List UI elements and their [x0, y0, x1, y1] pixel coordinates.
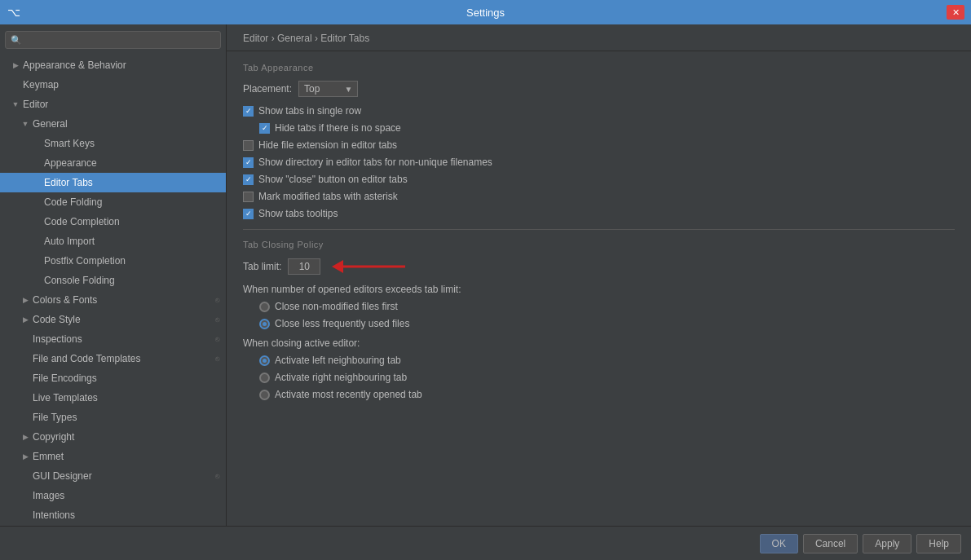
check-icon: ✓ [245, 158, 252, 166]
expand-icon: ▼ [20, 120, 31, 128]
arrow-line [343, 266, 405, 268]
expand-icon: ▼ [10, 100, 21, 108]
tab-closing-title: Tab Closing Policy [243, 240, 955, 249]
window-title: Settings [466, 7, 505, 19]
sidebar-item-language-injections[interactable]: ▶ Language Injections ⎋ [0, 525, 226, 526]
sidebar-item-intentions[interactable]: Intentions [0, 505, 226, 525]
checkbox-row-show-tooltips[interactable]: ✓ Show tabs tooltips [243, 208, 955, 219]
radio-button[interactable] [259, 355, 270, 366]
sidebar-item-images[interactable]: Images [0, 486, 226, 505]
sidebar-item-label: Code Completion [44, 216, 223, 227]
sidebar-item-label: Emmet [33, 451, 223, 462]
sidebar-item-general[interactable]: ▼ General [0, 114, 226, 134]
bottom-bar: OK Cancel Apply Help [0, 526, 971, 560]
apply-button[interactable]: Apply [863, 534, 911, 553]
help-button[interactable]: Help [916, 534, 961, 553]
sidebar-item-inspections[interactable]: Inspections ⎋ [0, 329, 226, 349]
sidebar-item-label: Colors & Fonts [33, 294, 214, 306]
checkbox-row-hide-extension[interactable]: Hide file extension in editor tabs [243, 139, 955, 151]
cancel-button[interactable]: Cancel [803, 534, 858, 553]
checkbox-show-tabs[interactable]: ✓ [243, 106, 254, 117]
search-box[interactable]: 🔍 [5, 31, 221, 49]
sidebar-item-code-folding[interactable]: Code Folding [0, 192, 226, 212]
sidebar-item-file-encodings[interactable]: File Encodings [0, 368, 226, 388]
sidebar-item-label: File Encodings [33, 373, 223, 384]
sidebar-item-file-types[interactable]: File Types [0, 408, 226, 427]
expand-icon: ▶ [20, 296, 31, 304]
sidebar-item-code-style[interactable]: ▶ Code Style ⎋ [0, 310, 226, 329]
search-input[interactable] [25, 34, 215, 46]
radio-label: Activate right neighbouring tab [275, 372, 407, 383]
sidebar-item-label: Code Style [33, 314, 214, 325]
section-divider [243, 229, 955, 230]
when-exceeds-label: When number of opened editors exceeds ta… [243, 284, 461, 295]
checkbox-show-close[interactable]: ✓ [243, 174, 254, 185]
checkbox-hide-tabs[interactable]: ✓ [259, 123, 270, 134]
sidebar-item-auto-import[interactable]: Auto Import [0, 231, 226, 251]
placement-select[interactable]: Top ▼ [298, 81, 358, 97]
checkbox-show-tooltips[interactable]: ✓ [243, 209, 254, 219]
ok-button[interactable]: OK [760, 534, 798, 553]
radio-close-non-modified[interactable]: Close non-modified files first [243, 301, 955, 312]
checkbox-label: Show tabs in single row [258, 105, 361, 117]
title-bar: ⌥ Settings ✕ [0, 0, 971, 24]
radio-dot [263, 359, 267, 363]
sidebar-item-label: Appearance & Behavior [23, 60, 223, 71]
checkbox-row-show-close[interactable]: ✓ Show "close" button on editor tabs [243, 174, 955, 185]
expand-icon: ▶ [20, 315, 31, 324]
checkbox-label: Show directory in editor tabs for non-un… [258, 157, 492, 168]
tab-limit-label: Tab limit: [243, 261, 281, 272]
sidebar-item-emmet[interactable]: ▶ Emmet [0, 447, 226, 466]
close-button[interactable]: ✕ [947, 5, 964, 20]
external-icon: ⎋ [215, 472, 219, 480]
checkbox-mark-modified[interactable] [243, 192, 254, 202]
radio-activate-right[interactable]: Activate right neighbouring tab [243, 372, 955, 383]
expand-icon: ▶ [20, 433, 31, 441]
sidebar-item-copyright[interactable]: ▶ Copyright [0, 427, 226, 447]
sidebar-item-gui-designer[interactable]: GUI Designer ⎋ [0, 466, 226, 486]
sidebar-item-postfix-completion[interactable]: Postfix Completion [0, 251, 226, 271]
content-area: Editor › General › Editor Tabs Tab Appea… [227, 24, 971, 526]
sidebar-item-file-code-templates[interactable]: File and Code Templates ⎋ [0, 349, 226, 368]
radio-button[interactable] [259, 319, 270, 329]
checkbox-show-directory[interactable]: ✓ [243, 157, 254, 168]
arrow-head-icon [332, 260, 343, 273]
title-bar-left: ⌥ [7, 5, 21, 20]
sidebar-item-label: Code Folding [44, 196, 223, 208]
sidebar-item-console-folding[interactable]: Console Folding [0, 271, 226, 290]
sidebar-item-label: Appearance [44, 157, 223, 169]
dropdown-arrow-icon: ▼ [344, 85, 352, 94]
radio-label: Close non-modified files first [275, 301, 398, 312]
radio-button[interactable] [259, 302, 270, 312]
sidebar-item-editor-tabs[interactable]: Editor Tabs [0, 173, 226, 192]
checkbox-row-show-directory[interactable]: ✓ Show directory in editor tabs for non-… [243, 157, 955, 168]
check-icon: ✓ [245, 175, 252, 183]
sidebar-item-smart-keys[interactable]: Smart Keys [0, 134, 226, 153]
checkbox-row-mark-modified[interactable]: Mark modified tabs with asterisk [243, 191, 955, 202]
checkbox-hide-extension[interactable] [243, 140, 254, 151]
radio-button[interactable] [259, 390, 270, 400]
expand-icon: ▶ [10, 61, 21, 69]
sidebar-item-label: General [33, 118, 223, 130]
sidebar-item-label: Images [33, 490, 223, 501]
checkbox-label: Mark modified tabs with asterisk [258, 191, 398, 202]
breadcrumb: Editor › General › Editor Tabs [227, 24, 971, 51]
sidebar-item-appearance[interactable]: Appearance [0, 153, 226, 173]
sidebar-item-keymap[interactable]: Keymap [0, 75, 226, 95]
sidebar-item-code-completion[interactable]: Code Completion [0, 212, 226, 231]
external-icon: ⎋ [215, 335, 219, 343]
sidebar-item-appearance-behavior[interactable]: ▶ Appearance & Behavior [0, 55, 226, 75]
expand-icon: ▶ [20, 452, 31, 461]
radio-button[interactable] [259, 373, 270, 383]
main-container: 🔍 ▶ Appearance & Behavior Keymap ▼ Edito… [0, 24, 971, 526]
sidebar-item-live-templates[interactable]: Live Templates [0, 388, 226, 408]
radio-close-less-frequent[interactable]: Close less frequently used files [243, 318, 955, 329]
checkbox-row-hide-tabs[interactable]: ✓ Hide tabs if there is no space [243, 122, 955, 134]
radio-activate-left[interactable]: Activate left neighbouring tab [243, 355, 955, 366]
radio-dot [263, 322, 267, 326]
sidebar-item-editor[interactable]: ▼ Editor [0, 95, 226, 114]
sidebar-item-colors-fonts[interactable]: ▶ Colors & Fonts ⎋ [0, 290, 226, 310]
radio-activate-recent[interactable]: Activate most recently opened tab [243, 389, 955, 400]
tab-limit-input[interactable] [288, 258, 320, 275]
checkbox-row-show-tabs[interactable]: ✓ Show tabs in single row [243, 105, 955, 117]
